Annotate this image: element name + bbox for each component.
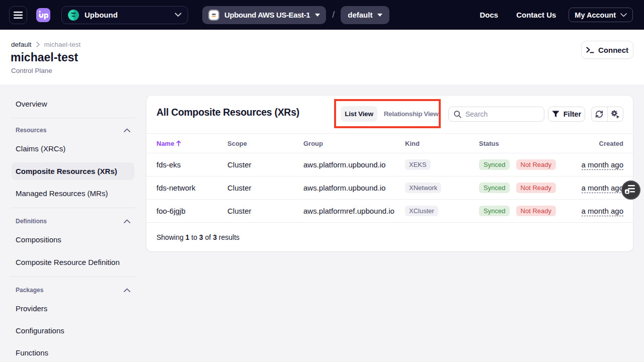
kind-badge: XCluster [405, 206, 438, 216]
cell-group: aws.platform.upbound.io [303, 160, 405, 169]
status-badge-not-ready: Not Ready [516, 183, 556, 193]
breadcrumb-slash: / [332, 10, 335, 20]
status-badge-not-ready: Not Ready [516, 159, 556, 170]
table-row[interactable]: fds-network Cluster aws.platform.upbound… [146, 176, 633, 199]
sidebar-item-overview[interactable]: Overview [12, 95, 134, 113]
sidebar-item-providers[interactable]: Providers [12, 300, 134, 317]
organization-select[interactable]: Upbound [61, 6, 188, 24]
search-icon [454, 111, 461, 118]
cell-created[interactable]: a month ago [582, 184, 623, 193]
filter-icon [552, 111, 559, 118]
contact-us-link[interactable]: Contact Us [516, 11, 556, 19]
sidebar-section-packages[interactable]: Packages [16, 287, 130, 294]
results-summary: Showing 1 to 3 of 3 results [146, 222, 633, 251]
hamburger-icon [14, 12, 23, 19]
terminal-icon [586, 47, 594, 53]
my-account-label: My Account [575, 11, 616, 19]
summary-from: 1 [186, 233, 190, 241]
column-header-group[interactable]: Group [303, 140, 405, 147]
connect-button[interactable]: Connect [581, 41, 633, 59]
chevron-down-icon [620, 13, 627, 17]
column-header-created[interactable]: Created [573, 140, 623, 147]
docs-link[interactable]: Docs [479, 11, 498, 19]
summary-to: 3 [199, 233, 203, 241]
sidebar-section-label: Packages [16, 287, 43, 294]
page-title: michael-test [11, 51, 78, 64]
status-badge-synced: Synced [479, 183, 510, 193]
chevron-up-icon [124, 128, 130, 132]
page-header: default michael-test michael-test Contro… [0, 30, 644, 84]
chevron-down-icon [175, 13, 182, 17]
status-badge-not-ready: Not Ready [516, 206, 556, 216]
resources-table: Name Scope Group Kind Status Created fds… [146, 133, 633, 222]
sidebar-item-functions[interactable]: Functions [12, 344, 134, 361]
group-select-label: default [348, 11, 372, 19]
status-badge-synced: Synced [479, 206, 510, 216]
organization-select-label: Upbound [85, 11, 175, 19]
sidebar-section-label: Resources [16, 127, 46, 134]
auto-refresh-button[interactable] [608, 107, 623, 121]
upbound-logo[interactable] [36, 8, 50, 22]
sidebar-item-configurations[interactable]: Configurations [12, 322, 134, 339]
breadcrumb-chevron-icon [36, 42, 40, 47]
cell-created[interactable]: a month ago [582, 160, 623, 170]
status-badge-synced: Synced [479, 159, 510, 170]
search-box [448, 107, 544, 122]
cell-name: fds-network [156, 184, 227, 192]
cell-name: foo-6jgjb [156, 207, 227, 215]
sidebar-item-managed-resources[interactable]: Managed Resources (MRs) [12, 185, 134, 202]
filter-button[interactable]: Filter [548, 107, 585, 122]
sidebar-section-definitions[interactable]: Definitions [16, 218, 130, 225]
column-header-status[interactable]: Status [479, 140, 573, 147]
resources-card: All Composite Resources (XRs) List View … [146, 96, 633, 251]
page-subtitle: Control Plane [11, 67, 52, 74]
column-header-kind[interactable]: Kind [405, 140, 479, 147]
sidebar-section-label: Definitions [16, 218, 47, 225]
cell-scope: Cluster [227, 160, 303, 169]
caret-down-icon [377, 14, 382, 17]
gear-play-icon [611, 110, 620, 119]
cell-scope: Cluster [227, 207, 303, 215]
cell-scope: Cluster [227, 184, 303, 192]
sort-ascending-icon [176, 140, 181, 146]
refresh-button[interactable] [592, 107, 607, 121]
sidebar-item-compositions[interactable]: Compositions [12, 231, 134, 248]
list-view-tab[interactable]: List View [341, 106, 377, 122]
breadcrumb-current: michael-test [44, 41, 81, 48]
list-recorder-icon [625, 185, 637, 196]
floating-widget-button[interactable] [621, 180, 640, 200]
cell-created[interactable]: a month ago [582, 207, 623, 216]
sidebar: Overview Resources Claims (XRCs) Composi… [0, 84, 146, 362]
search-input[interactable] [465, 110, 536, 118]
breadcrumb: default michael-test [11, 41, 80, 48]
refresh-controls [591, 107, 623, 122]
menu-button[interactable] [9, 6, 27, 24]
table-row[interactable]: foo-6jgjb Cluster aws.platformref.upboun… [146, 199, 633, 222]
kind-badge: XNetwork [405, 183, 441, 193]
sidebar-item-composite-resource-definition[interactable]: Composite Resource Definition [12, 253, 134, 271]
cell-group: aws.platformref.upbound.io [303, 207, 405, 215]
chevron-up-icon [124, 288, 130, 292]
organization-avatar [68, 10, 79, 21]
my-account-button[interactable]: My Account [569, 8, 633, 22]
summary-total: 3 [213, 233, 217, 241]
control-plane-select[interactable]: Upbound AWS US-East-1 [202, 6, 326, 24]
control-plane-avatar [208, 10, 219, 21]
table-header-row: Name Scope Group Kind Status Created [146, 133, 633, 153]
cell-name: fds-eks [156, 160, 227, 169]
column-header-scope[interactable]: Scope [227, 140, 303, 147]
control-plane-select-label: Upbound AWS US-East-1 [224, 11, 310, 19]
table-row[interactable]: fds-eks Cluster aws.platform.upbound.io … [146, 153, 633, 176]
cell-group: aws.platform.upbound.io [303, 184, 405, 192]
sidebar-item-claims[interactable]: Claims (XRCs) [12, 140, 134, 157]
card-title: All Composite Resources (XRs) [156, 107, 299, 118]
sidebar-item-composite-resources[interactable]: Composite Resources (XRs) [12, 162, 134, 180]
column-header-name[interactable]: Name [156, 140, 227, 147]
sidebar-section-resources[interactable]: Resources [16, 127, 130, 134]
breadcrumb-group[interactable]: default [11, 41, 32, 48]
relationship-view-tab[interactable]: Relationship View [384, 106, 438, 122]
chevron-up-icon [124, 219, 130, 223]
filter-label: Filter [564, 110, 581, 118]
group-select[interactable]: default [341, 6, 389, 24]
refresh-icon [595, 110, 604, 118]
